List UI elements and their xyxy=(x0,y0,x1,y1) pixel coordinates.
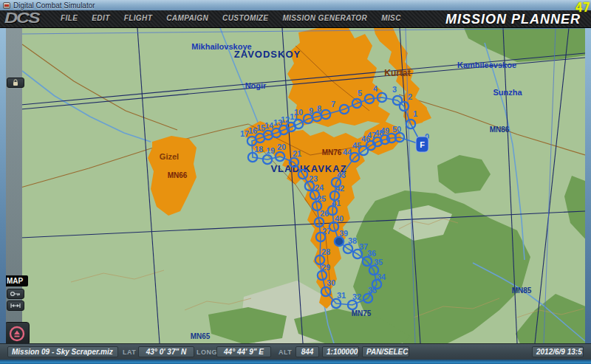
window-title: Digital Combat Simulator xyxy=(13,1,95,10)
waypoint-number: 38 xyxy=(348,236,357,245)
waypoint-number: 14 xyxy=(264,121,274,130)
lock-view-button[interactable] xyxy=(7,78,24,88)
menu-edit[interactable]: EDIT xyxy=(92,14,109,22)
waypoint-number: 28 xyxy=(321,247,330,256)
padlock-icon xyxy=(12,79,19,86)
menu-flight[interactable]: FLIGHT xyxy=(124,14,153,22)
alt-label: ALT xyxy=(279,348,292,356)
waypoint-number: 43 xyxy=(337,171,346,179)
waypoint-number: 44 xyxy=(343,148,352,157)
map-scale-value: 1:100000 xyxy=(322,346,359,357)
lat-value: 43° 0' 37" N xyxy=(138,346,194,357)
map-label: MN75 xyxy=(352,309,372,317)
waypoint-number: 11 xyxy=(290,112,298,121)
map-area[interactable]: MikhailovskoyeZAVODSKOYNogirKurtatKambil… xyxy=(6,28,585,343)
waypoint-number: 1 xyxy=(413,109,417,118)
status-bar: Mission 09 - Sky Scraper.miz LAT 43° 0' … xyxy=(0,343,591,360)
fps-counter: 47 xyxy=(575,0,590,15)
map-label: MN66 xyxy=(168,171,188,179)
waypoint-number: 50 xyxy=(392,125,401,134)
waypoint-number: 35 xyxy=(374,258,383,267)
waypoint-number: 3 xyxy=(392,85,397,94)
map-options-button[interactable] xyxy=(7,289,24,299)
map-label: VLADIKAVKAZ xyxy=(270,163,346,174)
window-border-bottom xyxy=(0,360,591,364)
map-label: Kambileevskoe xyxy=(457,61,516,69)
waypoint-number: 45 xyxy=(352,141,361,150)
mission-name-field: Mission 09 - Sky Scraper.miz xyxy=(7,346,118,357)
mission-planner-title: MISSION PLANNER xyxy=(445,12,581,27)
eject-icon xyxy=(8,325,26,343)
waypoint-number: 2 xyxy=(408,92,412,101)
lat-label: LAT xyxy=(123,348,136,356)
waypoint-number: 15 xyxy=(256,123,265,132)
map-canvas[interactable]: MikhailovskoyeZAVODSKOYNogirKurtatKambil… xyxy=(6,28,585,343)
waypoint-number: 31 xyxy=(337,291,346,300)
main-menu: FILE EDIT FLIGHT CAMPAIGN CUSTOMIZE MISS… xyxy=(61,14,401,22)
map-label: Kurtat xyxy=(384,68,410,78)
map-label: Nogir xyxy=(245,81,267,90)
waypoint-number: 49 xyxy=(380,126,389,135)
app-window: Digital Combat Simulator – ▫ ✕ DCS FILE … xyxy=(0,0,591,364)
map-label: ZAVODSKOY xyxy=(234,49,301,60)
waypoint-number: 17 xyxy=(240,129,249,138)
map-label: Gizel xyxy=(160,152,179,161)
waypoint-number: 16 xyxy=(248,126,257,135)
waypoint-number: 20 xyxy=(277,142,286,151)
waypoint-number: 34 xyxy=(377,272,386,281)
dcs-logo-icon: DCS xyxy=(4,10,39,27)
long-value: 44° 44' 9" E xyxy=(216,346,271,357)
waypoint-number: 19 xyxy=(266,146,275,155)
waypoint-number: 40 xyxy=(335,214,344,223)
measure-distance-button[interactable] xyxy=(7,301,24,311)
menu-campaign[interactable]: CAMPAIGN xyxy=(166,14,208,22)
waypoint-number: 37 xyxy=(359,242,368,251)
waypoint-number: 36 xyxy=(367,249,376,258)
long-label: LONG xyxy=(197,348,217,356)
alt-value: 844 xyxy=(296,346,319,357)
waypoint-number: 29 xyxy=(321,263,330,272)
map-label: MN76 xyxy=(322,148,342,157)
menu-mission-generator[interactable]: MISSION GENERATOR xyxy=(282,14,367,22)
waypoint-number: 4 xyxy=(373,84,378,93)
waypoint-number: 21 xyxy=(293,149,301,158)
map-label: Sunzha xyxy=(493,88,522,97)
mode-indicator: PAN/SELECT xyxy=(362,346,409,357)
menu-misc[interactable]: MISC xyxy=(381,14,401,22)
map-label: MN85 xyxy=(512,286,532,295)
start-flag-letter: F xyxy=(420,140,425,149)
waypoint-number: 18 xyxy=(254,145,263,154)
map-label: MN86 xyxy=(490,126,510,134)
waypoint-39[interactable] xyxy=(335,237,344,246)
window-border-left xyxy=(0,10,6,364)
map-label: MN65 xyxy=(191,332,211,340)
waypoint-number: 25 xyxy=(317,194,326,203)
waypoint-number: 13 xyxy=(273,118,282,127)
ruler-icon xyxy=(10,303,21,309)
waypoint-number: 5 xyxy=(358,89,362,97)
menu-bar: DCS FILE EDIT FLIGHT CAMPAIGN CUSTOMIZE … xyxy=(0,10,591,28)
exit-button[interactable] xyxy=(4,322,30,346)
menu-file[interactable]: FILE xyxy=(61,14,78,22)
waypoint-number: 32 xyxy=(352,292,361,301)
window-border-right xyxy=(585,10,591,364)
waypoint-number: 24 xyxy=(315,183,324,192)
waypoint-number: 7 xyxy=(331,100,335,109)
key-icon xyxy=(10,291,21,297)
waypoint-number: 30 xyxy=(327,278,335,287)
menu-customize[interactable]: CUSTOMIZE xyxy=(222,14,268,22)
mission-datetime: 2012/6/9 13:57 xyxy=(532,346,584,357)
title-bar: Digital Combat Simulator xyxy=(0,0,591,10)
waypoint-number: 23 xyxy=(309,174,318,183)
app-icon xyxy=(3,2,10,9)
waypoint-number: 39 xyxy=(339,229,348,238)
